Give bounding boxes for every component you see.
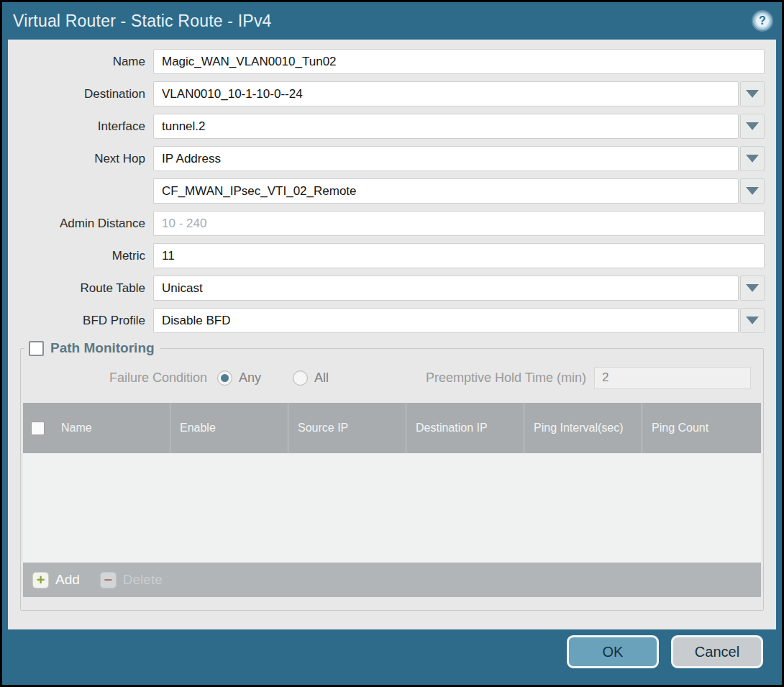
column-header-destination-ip: Destination IP: [406, 403, 524, 453]
destination-input[interactable]: [153, 81, 739, 106]
next-hop-type-input[interactable]: [153, 146, 739, 171]
field-label-next-hop-type: Next Hop: [8, 152, 153, 166]
field-wrap-destination: [153, 81, 765, 106]
metric-input[interactable]: [153, 243, 765, 268]
plus-icon: +: [32, 572, 49, 588]
preemptive-hold-time-input: [594, 367, 751, 389]
help-icon[interactable]: ?: [753, 12, 772, 30]
form-row-bfd-profile: BFD Profile: [8, 308, 776, 333]
destination-dropdown-button[interactable]: [740, 81, 765, 106]
field-wrap-bfd-profile: [153, 308, 765, 333]
dialog-footer: OK Cancel: [2, 629, 782, 685]
add-button-label: Add: [55, 572, 80, 588]
route-table-input[interactable]: [153, 276, 739, 301]
field-label-destination: Destination: [8, 87, 153, 101]
field-label-interface: Interface: [8, 119, 153, 134]
chevron-down-icon: [746, 317, 759, 324]
path-monitoring-label: Path Monitoring: [50, 340, 155, 356]
column-header-name: Name: [52, 403, 170, 453]
next-hop-type-dropdown-button[interactable]: [740, 146, 765, 171]
path-monitoring-checkbox[interactable]: [29, 341, 44, 356]
chevron-down-icon: [746, 90, 759, 98]
interface-dropdown-button[interactable]: [740, 114, 765, 139]
admin-distance-input[interactable]: [153, 211, 765, 236]
form-row-next-hop-type: Next Hop: [8, 146, 776, 171]
form-row-interface: Interface: [8, 114, 776, 139]
preemptive-hold-time-label: Preemptive Hold Time (min): [426, 370, 594, 386]
dialog-titlebar: Virtual Router - Static Route - IPv4 ?: [2, 2, 782, 40]
table-toolbar: + Add − Delete: [23, 563, 761, 597]
dialog-content: NameDestinationInterfaceNext HopAdmin Di…: [8, 40, 776, 629]
chevron-down-icon: [746, 187, 759, 195]
path-monitoring-legend: Path Monitoring: [24, 340, 160, 356]
route-table-dropdown-button[interactable]: [740, 276, 765, 301]
field-wrap-admin-distance: [153, 211, 765, 236]
path-monitoring-section: Path Monitoring Failure Condition Any Al…: [20, 340, 764, 611]
add-button[interactable]: + Add: [32, 572, 80, 588]
table-header-row: NameEnableSource IPDestination IPPing In…: [23, 403, 761, 453]
path-monitoring-table: NameEnableSource IPDestination IPPing In…: [23, 403, 761, 597]
form-row-admin-distance: Admin Distance: [8, 211, 776, 236]
column-header-ping-count: Ping Count: [642, 403, 761, 453]
radio-label-any: Any: [239, 370, 261, 386]
field-label-admin-distance: Admin Distance: [8, 217, 153, 231]
delete-button[interactable]: − Delete: [100, 572, 163, 588]
column-header-enable: Enable: [170, 403, 288, 453]
field-label-route-table: Route Table: [8, 281, 153, 296]
name-input[interactable]: [153, 49, 765, 74]
table-header-checkbox-cell: [23, 403, 52, 453]
field-wrap-metric: [153, 243, 765, 268]
next-hop-address-input[interactable]: [153, 178, 739, 204]
field-wrap-name: [153, 49, 765, 74]
form-row-metric: Metric: [8, 243, 776, 268]
form-row-destination: Destination: [8, 81, 776, 106]
bfd-profile-input[interactable]: [153, 308, 739, 333]
failure-condition-radio-any[interactable]: [217, 370, 232, 386]
form-row-next-hop-address: [8, 178, 776, 204]
field-label-bfd-profile: BFD Profile: [8, 314, 153, 328]
column-header-source-ip: Source IP: [288, 403, 406, 453]
ok-button[interactable]: OK: [567, 635, 659, 668]
static-route-form: NameDestinationInterfaceNext HopAdmin Di…: [8, 49, 776, 333]
minus-icon: −: [100, 572, 117, 588]
field-wrap-route-table: [153, 276, 765, 301]
bfd-profile-dropdown-button[interactable]: [740, 308, 765, 333]
delete-button-label: Delete: [123, 572, 163, 588]
failure-condition-label: Failure Condition: [23, 370, 217, 386]
radio-label-all: All: [314, 370, 329, 386]
column-header-ping-interval-sec-: Ping Interval(sec): [524, 403, 642, 453]
field-wrap-next-hop-address: [153, 178, 765, 204]
form-row-name: Name: [8, 49, 776, 74]
failure-condition-row: Failure Condition Any All Preemptive Hol…: [23, 365, 761, 390]
chevron-down-icon: [746, 122, 759, 130]
table-body-empty: [23, 453, 761, 563]
dialog-title: Virtual Router - Static Route - IPv4: [13, 12, 272, 31]
radio-dot: [221, 374, 229, 382]
chevron-down-icon: [746, 284, 759, 292]
chevron-down-icon: [746, 155, 759, 163]
failure-condition-radio-all[interactable]: [293, 370, 308, 386]
static-route-dialog: Virtual Router - Static Route - IPv4 ? N…: [2, 2, 782, 685]
interface-input[interactable]: [153, 114, 739, 139]
field-wrap-next-hop-type: [153, 146, 765, 171]
cancel-button[interactable]: Cancel: [671, 635, 763, 668]
field-label-name: Name: [8, 55, 153, 69]
field-wrap-interface: [153, 114, 765, 139]
field-label-metric: Metric: [8, 249, 153, 263]
select-all-checkbox[interactable]: [31, 422, 45, 435]
next-hop-address-dropdown-button[interactable]: [740, 178, 765, 204]
form-row-route-table: Route Table: [8, 276, 776, 301]
